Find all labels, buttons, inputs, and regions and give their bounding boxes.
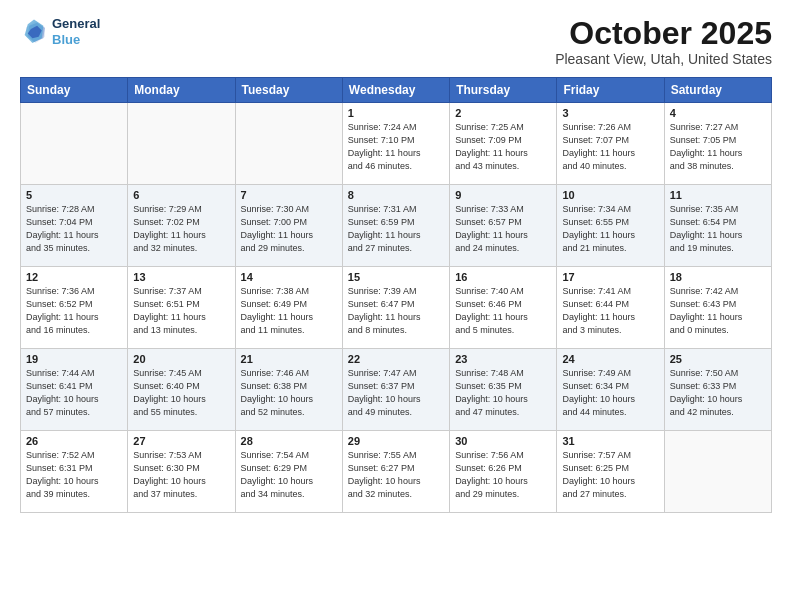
- day-info: Sunrise: 7:28 AMSunset: 7:04 PMDaylight:…: [26, 203, 122, 255]
- day-info: Sunrise: 7:41 AMSunset: 6:44 PMDaylight:…: [562, 285, 658, 337]
- calendar-cell: 11Sunrise: 7:35 AMSunset: 6:54 PMDayligh…: [664, 185, 771, 267]
- month-title: October 2025: [555, 16, 772, 51]
- day-info: Sunrise: 7:56 AMSunset: 6:26 PMDaylight:…: [455, 449, 551, 501]
- day-number: 26: [26, 435, 122, 447]
- day-info: Sunrise: 7:35 AMSunset: 6:54 PMDaylight:…: [670, 203, 766, 255]
- calendar-cell: 31Sunrise: 7:57 AMSunset: 6:25 PMDayligh…: [557, 431, 664, 513]
- day-number: 27: [133, 435, 229, 447]
- day-number: 4: [670, 107, 766, 119]
- day-number: 17: [562, 271, 658, 283]
- calendar-cell: [128, 103, 235, 185]
- day-info: Sunrise: 7:52 AMSunset: 6:31 PMDaylight:…: [26, 449, 122, 501]
- day-number: 12: [26, 271, 122, 283]
- day-info: Sunrise: 7:38 AMSunset: 6:49 PMDaylight:…: [241, 285, 337, 337]
- day-info: Sunrise: 7:45 AMSunset: 6:40 PMDaylight:…: [133, 367, 229, 419]
- day-number: 25: [670, 353, 766, 365]
- day-info: Sunrise: 7:37 AMSunset: 6:51 PMDaylight:…: [133, 285, 229, 337]
- calendar-cell: 8Sunrise: 7:31 AMSunset: 6:59 PMDaylight…: [342, 185, 449, 267]
- day-number: 30: [455, 435, 551, 447]
- calendar-cell: 18Sunrise: 7:42 AMSunset: 6:43 PMDayligh…: [664, 267, 771, 349]
- day-info: Sunrise: 7:33 AMSunset: 6:57 PMDaylight:…: [455, 203, 551, 255]
- day-number: 7: [241, 189, 337, 201]
- day-info: Sunrise: 7:24 AMSunset: 7:10 PMDaylight:…: [348, 121, 444, 173]
- day-info: Sunrise: 7:30 AMSunset: 7:00 PMDaylight:…: [241, 203, 337, 255]
- calendar-cell: 5Sunrise: 7:28 AMSunset: 7:04 PMDaylight…: [21, 185, 128, 267]
- logo-line1: General: [52, 16, 100, 32]
- day-info: Sunrise: 7:27 AMSunset: 7:05 PMDaylight:…: [670, 121, 766, 173]
- calendar-cell: 20Sunrise: 7:45 AMSunset: 6:40 PMDayligh…: [128, 349, 235, 431]
- day-info: Sunrise: 7:34 AMSunset: 6:55 PMDaylight:…: [562, 203, 658, 255]
- calendar-cell: [21, 103, 128, 185]
- day-number: 28: [241, 435, 337, 447]
- day-number: 23: [455, 353, 551, 365]
- calendar-cell: [664, 431, 771, 513]
- calendar-cell: 2Sunrise: 7:25 AMSunset: 7:09 PMDaylight…: [450, 103, 557, 185]
- day-number: 5: [26, 189, 122, 201]
- day-info: Sunrise: 7:29 AMSunset: 7:02 PMDaylight:…: [133, 203, 229, 255]
- day-info: Sunrise: 7:31 AMSunset: 6:59 PMDaylight:…: [348, 203, 444, 255]
- calendar-cell: 7Sunrise: 7:30 AMSunset: 7:00 PMDaylight…: [235, 185, 342, 267]
- day-number: 13: [133, 271, 229, 283]
- day-info: Sunrise: 7:26 AMSunset: 7:07 PMDaylight:…: [562, 121, 658, 173]
- calendar-cell: 30Sunrise: 7:56 AMSunset: 6:26 PMDayligh…: [450, 431, 557, 513]
- calendar-cell: 27Sunrise: 7:53 AMSunset: 6:30 PMDayligh…: [128, 431, 235, 513]
- day-number: 9: [455, 189, 551, 201]
- calendar-week-row: 12Sunrise: 7:36 AMSunset: 6:52 PMDayligh…: [21, 267, 772, 349]
- calendar-cell: 28Sunrise: 7:54 AMSunset: 6:29 PMDayligh…: [235, 431, 342, 513]
- day-info: Sunrise: 7:40 AMSunset: 6:46 PMDaylight:…: [455, 285, 551, 337]
- calendar-cell: 16Sunrise: 7:40 AMSunset: 6:46 PMDayligh…: [450, 267, 557, 349]
- calendar-day-header: Wednesday: [342, 78, 449, 103]
- calendar-cell: 12Sunrise: 7:36 AMSunset: 6:52 PMDayligh…: [21, 267, 128, 349]
- calendar-cell: 1Sunrise: 7:24 AMSunset: 7:10 PMDaylight…: [342, 103, 449, 185]
- calendar-cell: 21Sunrise: 7:46 AMSunset: 6:38 PMDayligh…: [235, 349, 342, 431]
- header: General Blue October 2025 Pleasant View,…: [20, 16, 772, 67]
- calendar-header-row: SundayMondayTuesdayWednesdayThursdayFrid…: [21, 78, 772, 103]
- title-block: October 2025 Pleasant View, Utah, United…: [555, 16, 772, 67]
- calendar-cell: 13Sunrise: 7:37 AMSunset: 6:51 PMDayligh…: [128, 267, 235, 349]
- calendar-cell: 6Sunrise: 7:29 AMSunset: 7:02 PMDaylight…: [128, 185, 235, 267]
- calendar-cell: 29Sunrise: 7:55 AMSunset: 6:27 PMDayligh…: [342, 431, 449, 513]
- calendar: SundayMondayTuesdayWednesdayThursdayFrid…: [20, 77, 772, 513]
- day-number: 18: [670, 271, 766, 283]
- day-info: Sunrise: 7:39 AMSunset: 6:47 PMDaylight:…: [348, 285, 444, 337]
- calendar-cell: 17Sunrise: 7:41 AMSunset: 6:44 PMDayligh…: [557, 267, 664, 349]
- day-number: 31: [562, 435, 658, 447]
- calendar-day-header: Sunday: [21, 78, 128, 103]
- calendar-cell: 19Sunrise: 7:44 AMSunset: 6:41 PMDayligh…: [21, 349, 128, 431]
- calendar-day-header: Monday: [128, 78, 235, 103]
- calendar-day-header: Saturday: [664, 78, 771, 103]
- day-info: Sunrise: 7:54 AMSunset: 6:29 PMDaylight:…: [241, 449, 337, 501]
- calendar-cell: 23Sunrise: 7:48 AMSunset: 6:35 PMDayligh…: [450, 349, 557, 431]
- day-number: 1: [348, 107, 444, 119]
- calendar-cell: 9Sunrise: 7:33 AMSunset: 6:57 PMDaylight…: [450, 185, 557, 267]
- day-number: 2: [455, 107, 551, 119]
- day-info: Sunrise: 7:53 AMSunset: 6:30 PMDaylight:…: [133, 449, 229, 501]
- day-info: Sunrise: 7:36 AMSunset: 6:52 PMDaylight:…: [26, 285, 122, 337]
- calendar-cell: 14Sunrise: 7:38 AMSunset: 6:49 PMDayligh…: [235, 267, 342, 349]
- calendar-week-row: 26Sunrise: 7:52 AMSunset: 6:31 PMDayligh…: [21, 431, 772, 513]
- location-title: Pleasant View, Utah, United States: [555, 51, 772, 67]
- calendar-cell: 10Sunrise: 7:34 AMSunset: 6:55 PMDayligh…: [557, 185, 664, 267]
- logo-line2: Blue: [52, 32, 80, 47]
- day-number: 21: [241, 353, 337, 365]
- day-info: Sunrise: 7:48 AMSunset: 6:35 PMDaylight:…: [455, 367, 551, 419]
- day-number: 3: [562, 107, 658, 119]
- day-info: Sunrise: 7:47 AMSunset: 6:37 PMDaylight:…: [348, 367, 444, 419]
- day-info: Sunrise: 7:50 AMSunset: 6:33 PMDaylight:…: [670, 367, 766, 419]
- calendar-cell: 25Sunrise: 7:50 AMSunset: 6:33 PMDayligh…: [664, 349, 771, 431]
- calendar-cell: 26Sunrise: 7:52 AMSunset: 6:31 PMDayligh…: [21, 431, 128, 513]
- day-number: 29: [348, 435, 444, 447]
- day-number: 15: [348, 271, 444, 283]
- calendar-cell: 3Sunrise: 7:26 AMSunset: 7:07 PMDaylight…: [557, 103, 664, 185]
- calendar-cell: 15Sunrise: 7:39 AMSunset: 6:47 PMDayligh…: [342, 267, 449, 349]
- day-number: 24: [562, 353, 658, 365]
- day-number: 19: [26, 353, 122, 365]
- day-info: Sunrise: 7:49 AMSunset: 6:34 PMDaylight:…: [562, 367, 658, 419]
- day-number: 10: [562, 189, 658, 201]
- calendar-week-row: 1Sunrise: 7:24 AMSunset: 7:10 PMDaylight…: [21, 103, 772, 185]
- calendar-cell: 24Sunrise: 7:49 AMSunset: 6:34 PMDayligh…: [557, 349, 664, 431]
- day-info: Sunrise: 7:55 AMSunset: 6:27 PMDaylight:…: [348, 449, 444, 501]
- calendar-cell: [235, 103, 342, 185]
- day-number: 8: [348, 189, 444, 201]
- day-number: 11: [670, 189, 766, 201]
